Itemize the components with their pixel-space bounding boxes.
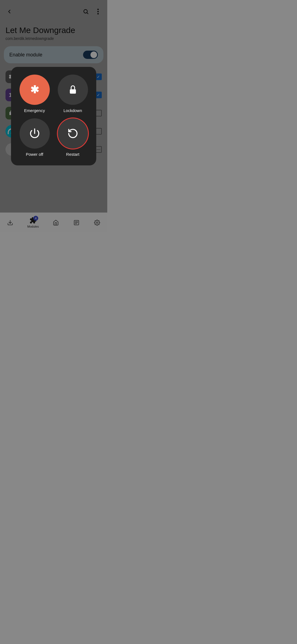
restart-icon xyxy=(67,128,78,139)
lockdown-item[interactable]: Lockdown xyxy=(56,75,90,113)
emergency-circle[interactable]: ✱ xyxy=(20,75,50,105)
restart-label: Restart xyxy=(66,152,79,157)
svg-rect-6 xyxy=(70,89,76,94)
power-off-item[interactable]: Power off xyxy=(18,118,51,157)
lockdown-circle[interactable] xyxy=(58,75,88,105)
power-menu: ✱ Emergency Lockdown xyxy=(11,67,96,165)
emergency-icon: ✱ xyxy=(30,84,39,95)
restart-item[interactable]: Restart xyxy=(56,118,90,157)
power-off-label: Power off xyxy=(26,152,43,157)
power-off-icon xyxy=(29,128,40,139)
emergency-label: Emergency xyxy=(24,108,45,113)
lockdown-label: Lockdown xyxy=(64,108,82,113)
emergency-item[interactable]: ✱ Emergency xyxy=(18,75,51,113)
restart-circle[interactable] xyxy=(58,118,88,149)
power-off-circle[interactable] xyxy=(20,118,50,149)
power-menu-overlay[interactable]: ✱ Emergency Lockdown xyxy=(0,0,107,232)
lockdown-icon xyxy=(68,84,78,95)
